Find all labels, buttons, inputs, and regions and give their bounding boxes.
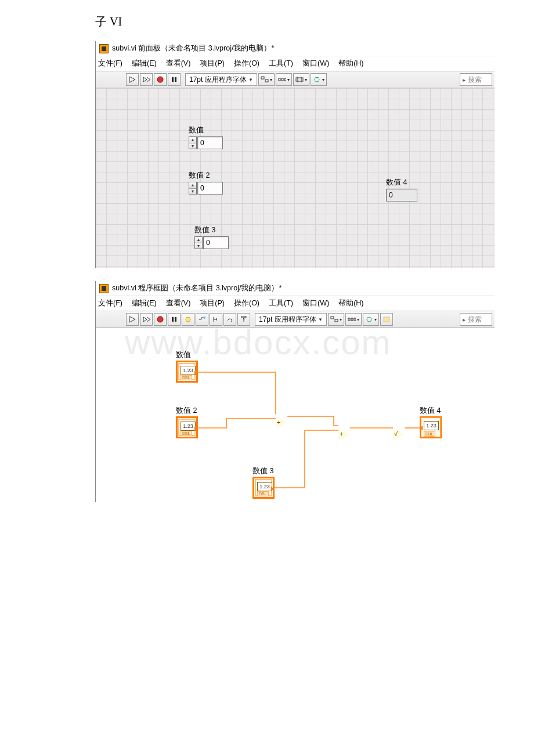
highlight-button[interactable] [182, 313, 194, 326]
reorder-button[interactable] [363, 313, 379, 326]
control-label: 数值 3 [194, 225, 229, 235]
search-input[interactable]: 搜索 [460, 73, 492, 86]
menu-help[interactable]: 帮助(H) [338, 298, 363, 308]
sqrt-icon: √ [394, 430, 398, 437]
control-numeric-1: 数值 ▲▼ 0 [189, 125, 223, 149]
resize-button[interactable] [293, 73, 309, 86]
distribute-button[interactable] [345, 313, 362, 326]
input-arrow-icon [420, 426, 423, 430]
svg-rect-17 [335, 319, 338, 322]
plus-icon: + [340, 430, 343, 437]
font-selector[interactable]: 17pt 应用程序字体 ▼ [255, 313, 327, 326]
svg-rect-18 [348, 318, 350, 321]
terminal-label: 数值 4 [420, 406, 441, 416]
step-out-button[interactable] [237, 313, 250, 326]
menu-file[interactable]: 文件(F) [98, 298, 122, 308]
step-over-button[interactable] [223, 313, 236, 326]
menu-help[interactable]: 帮助(H) [338, 59, 363, 69]
menu-edit[interactable]: 编辑(E) [132, 298, 157, 308]
retain-wire-button[interactable] [196, 313, 208, 326]
abort-button[interactable] [154, 313, 167, 326]
terminal-type: DBL [424, 431, 435, 437]
svg-rect-7 [284, 78, 286, 81]
terminal-numeric-4[interactable]: 1.23 DBL [420, 416, 442, 438]
font-label: 17pt 应用程序字体 [259, 315, 316, 325]
svg-point-0 [157, 77, 163, 82]
menu-operate[interactable]: 操作(O) [234, 59, 259, 69]
up-arrow-icon: ▲ [189, 137, 196, 143]
pause-button[interactable] [168, 73, 181, 86]
menu-file[interactable]: 文件(F) [98, 59, 122, 69]
block-diagram-title: subvi.vi 程序框图（未命名项目 3.lvproj/我的电脑）* [112, 283, 282, 293]
menu-project[interactable]: 项目(P) [200, 59, 225, 69]
run-continuously-button[interactable] [140, 313, 153, 326]
indicator-numeric-4: 数值 4 0 [386, 178, 417, 201]
menu-window[interactable]: 窗口(W) [302, 59, 329, 69]
svg-point-9 [315, 77, 319, 82]
labview-icon [99, 284, 109, 293]
step-into-button[interactable] [210, 313, 222, 326]
svg-rect-15 [241, 316, 246, 318]
svg-rect-20 [354, 318, 356, 321]
search-input[interactable]: 搜索 [460, 313, 492, 326]
terminal-numeric-3[interactable]: 1.23 DBL [252, 477, 275, 499]
font-selector[interactable]: 17pt 应用程序字体 ▼ [185, 73, 257, 86]
reorder-button[interactable] [311, 73, 327, 86]
front-panel-title: subvi.vi 前面板（未命名项目 3.lvproj/我的电脑）* [112, 44, 274, 53]
menu-project[interactable]: 项目(P) [200, 298, 225, 308]
terminal-text: 1.23 [181, 422, 196, 431]
menu-view[interactable]: 查看(V) [166, 298, 191, 308]
abort-button[interactable] [154, 73, 167, 86]
svg-rect-16 [331, 316, 334, 319]
menu-window[interactable]: 窗口(W) [302, 298, 329, 308]
pause-button[interactable] [168, 313, 181, 326]
numeric-indicator: 0 [386, 189, 417, 201]
terminal-label: 数值 [176, 350, 191, 360]
spinner[interactable]: ▲▼ [189, 136, 197, 149]
distribute-button[interactable] [276, 73, 292, 86]
menu-operate[interactable]: 操作(O) [234, 298, 259, 308]
output-arrow-icon [194, 426, 197, 431]
search-placeholder: 搜索 [468, 315, 482, 325]
menu-view[interactable]: 查看(V) [166, 59, 191, 69]
align-button[interactable] [328, 313, 344, 326]
control-label: 数值 [189, 125, 223, 135]
up-arrow-icon: ▲ [189, 182, 196, 189]
menu-tools[interactable]: 工具(T) [269, 298, 293, 308]
add-node-1[interactable]: + [276, 416, 287, 429]
svg-point-21 [367, 317, 371, 322]
svg-rect-8 [296, 78, 303, 81]
spinner[interactable]: ▲▼ [189, 182, 197, 195]
chevron-down-icon: ▼ [318, 317, 323, 322]
run-button[interactable] [126, 313, 139, 326]
svg-rect-12 [175, 317, 176, 322]
menu-tools[interactable]: 工具(T) [269, 59, 293, 69]
svg-rect-4 [265, 80, 268, 82]
numeric-input[interactable]: 0 [197, 182, 223, 195]
svg-rect-2 [175, 77, 176, 82]
labview-icon [99, 44, 109, 53]
front-panel-canvas[interactable]: 数值 ▲▼ 0 数值 2 ▲▼ 0 数值 3 ▲▼ 0 数值 4 0 [96, 88, 495, 268]
indicator-label: 数值 4 [386, 178, 417, 188]
svg-rect-3 [261, 77, 264, 79]
svg-rect-5 [279, 78, 280, 81]
terminal-type: DBL [181, 375, 192, 380]
down-arrow-icon: ▼ [189, 143, 196, 149]
menu-edit[interactable]: 编辑(E) [132, 59, 157, 69]
numeric-input[interactable]: 0 [197, 136, 223, 149]
add-node-2[interactable]: + [338, 428, 350, 441]
sqrt-node[interactable]: √ [393, 428, 405, 441]
align-button[interactable] [258, 73, 275, 86]
terminal-numeric-1[interactable]: 1.23 DBL [176, 361, 198, 383]
spinner[interactable]: ▲▼ [194, 236, 203, 249]
cleanup-button[interactable] [380, 313, 393, 326]
svg-point-10 [157, 316, 163, 322]
block-diagram-canvas[interactable]: www.bdocx.com 数值 1.23 DBL 数值 2 1.23 DBL [96, 328, 495, 502]
run-button[interactable] [126, 73, 139, 86]
terminal-numeric-2[interactable]: 1.23 DBL [176, 416, 198, 438]
front-panel-titlebar: subvi.vi 前面板（未命名项目 3.lvproj/我的电脑）* [96, 41, 495, 56]
numeric-input[interactable]: 0 [203, 236, 229, 249]
run-continuously-button[interactable] [140, 73, 153, 86]
block-diagram-window: subvi.vi 程序框图（未命名项目 3.lvproj/我的电脑）* 文件(F… [95, 281, 495, 502]
block-diagram-menubar: 文件(F) 编辑(E) 查看(V) 项目(P) 操作(O) 工具(T) 窗口(W… [96, 296, 495, 311]
